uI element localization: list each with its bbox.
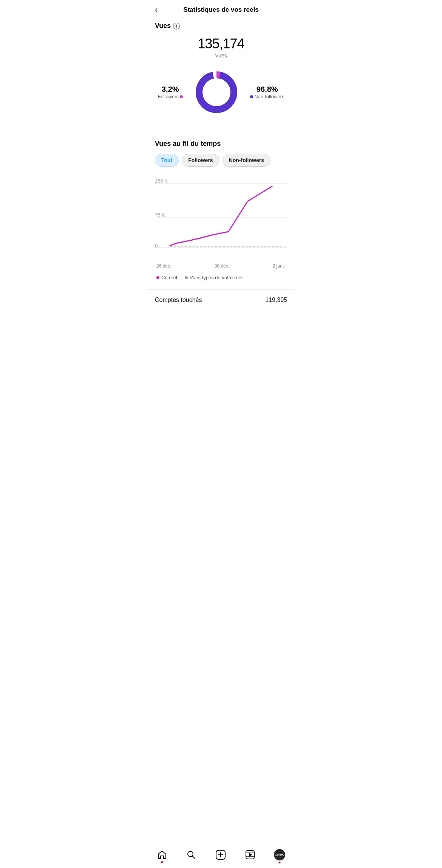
donut-row: 3,2% Followers 96,8% Non-followers — [155, 68, 287, 117]
total-views-number: 135,174 — [198, 36, 244, 52]
page-title: Statistiques de vos reels — [183, 6, 258, 14]
legend-label-typical: Vues types de votre reel — [190, 275, 243, 280]
legend-label-reel: Ce reel — [161, 275, 177, 280]
main-line — [170, 186, 272, 246]
views-title: Vues i — [155, 22, 287, 30]
info-icon[interactable]: i — [173, 23, 180, 29]
non-followers-dot — [250, 95, 253, 98]
non-followers-label: Non-followers — [250, 94, 284, 99]
followers-pct: 3,2% — [158, 85, 183, 94]
y-label-150k: 150 K — [155, 178, 168, 184]
legend-item-typical: Vues types de votre reel — [185, 275, 243, 280]
filter-tab-followers[interactable]: Followers — [182, 154, 219, 167]
chart-legend: Ce reel Vues types de votre reel — [155, 275, 287, 280]
followers-dot — [180, 95, 183, 98]
legend-dot-reel — [156, 276, 159, 279]
followers-stat: 3,2% Followers — [158, 85, 183, 99]
donut-non-followers — [199, 75, 234, 110]
accounts-reached-value: 119,395 — [265, 297, 287, 303]
time-title: Vues au fil du temps — [155, 140, 287, 148]
views-chart-center: 135,174 Vues — [155, 36, 287, 65]
back-button[interactable]: ‹ — [155, 5, 158, 15]
section-divider — [147, 133, 295, 133]
filter-tab-non-followers[interactable]: Non-followers — [223, 154, 270, 167]
line-chart: 150 K 75 K 0 — [155, 176, 287, 259]
x-label-1: 26 déc. — [156, 263, 171, 269]
donut-svg — [192, 68, 241, 117]
followers-label: Followers — [158, 94, 183, 99]
time-section: Vues au fil du temps Tout Followers Non-… — [147, 140, 295, 280]
x-label-2: 30 déc. — [215, 263, 229, 269]
accounts-reached-row: Comptes touchés 119,395 — [147, 289, 295, 310]
legend-dot-typical — [185, 276, 188, 279]
filter-tab-tout[interactable]: Tout — [155, 154, 179, 167]
views-section: Vues i 135,174 Vues 3,2% Followers — [147, 17, 295, 133]
non-followers-pct: 96,8% — [250, 85, 284, 94]
y-label-0: 0 — [155, 243, 158, 249]
accounts-reached-label: Comptes touchés — [155, 297, 202, 303]
line-chart-svg: 150 K 75 K 0 — [155, 176, 287, 259]
filter-tabs: Tout Followers Non-followers — [155, 154, 287, 167]
header: ‹ Statistiques de vos reels — [147, 0, 295, 17]
x-labels: 26 déc. 30 déc. 2 janv. — [155, 263, 287, 269]
y-label-75k: 75 K — [155, 212, 165, 218]
total-views-label: Vues — [215, 53, 227, 59]
bottom-pad — [147, 310, 295, 340]
x-label-3: 2 janv. — [273, 263, 286, 269]
donut-chart — [192, 68, 241, 117]
non-followers-stat: 96,8% Non-followers — [250, 85, 284, 99]
legend-item-reel: Ce reel — [156, 275, 177, 280]
